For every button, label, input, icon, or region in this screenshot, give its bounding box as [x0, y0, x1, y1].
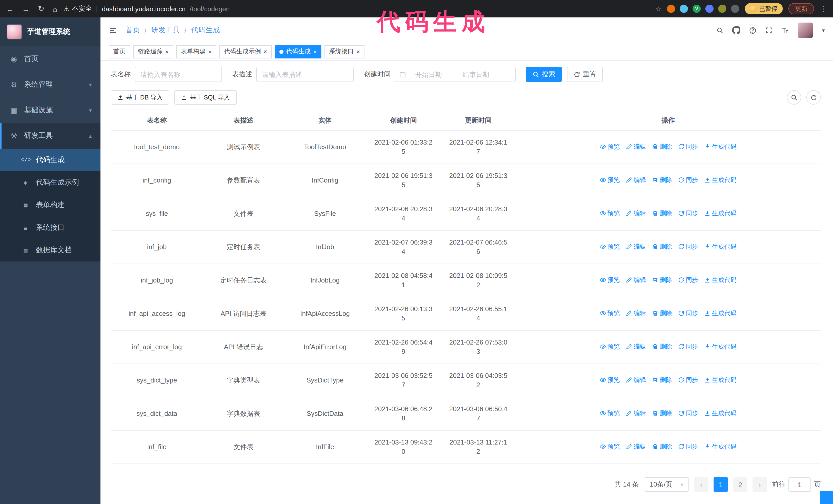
- extension-cyan[interactable]: [680, 5, 688, 13]
- fullscreen-icon[interactable]: [766, 27, 773, 34]
- user-avatar[interactable]: [798, 23, 813, 38]
- edit-action[interactable]: 编辑: [626, 142, 646, 151]
- edit-action[interactable]: 编辑: [626, 342, 646, 351]
- paused-badge[interactable]: 已暂停: [745, 3, 783, 14]
- generate-code-action[interactable]: 生成代码: [704, 242, 737, 251]
- submenu-item-4[interactable]: ≣系统接口: [0, 216, 100, 239]
- delete-action[interactable]: 删除: [652, 175, 672, 185]
- preview-action[interactable]: 预览: [600, 375, 620, 385]
- submenu-item-2[interactable]: ◈代码生成示例: [0, 171, 100, 194]
- breadcrumb-item[interactable]: 代码生成: [191, 26, 220, 35]
- sidebar-item-4[interactable]: ⚒研发工具▴: [0, 123, 100, 149]
- sync-action[interactable]: 同步: [678, 409, 698, 418]
- next-page-button[interactable]: ›: [753, 477, 767, 492]
- tab-5[interactable]: 代码生成×: [275, 45, 322, 58]
- sync-action[interactable]: 同步: [678, 209, 698, 218]
- sidebar-item-3[interactable]: ▣基础设施▾: [0, 97, 100, 123]
- extension-blue[interactable]: [705, 5, 714, 13]
- hamburger-icon[interactable]: [109, 26, 117, 34]
- preview-action[interactable]: 预览: [600, 175, 620, 185]
- tab-1[interactable]: 首页: [109, 45, 130, 58]
- forward-icon[interactable]: →: [22, 4, 30, 13]
- date-range-picker[interactable]: -: [395, 67, 516, 82]
- sync-action[interactable]: 同步: [678, 142, 698, 151]
- tab-4[interactable]: 代码生成示例×: [219, 45, 272, 58]
- generate-code-action[interactable]: 生成代码: [704, 175, 737, 185]
- bookmark-star-icon[interactable]: ☆: [656, 5, 661, 13]
- tab-6[interactable]: 系统接口×: [325, 45, 364, 58]
- preview-action[interactable]: 预览: [600, 342, 620, 351]
- address-bar[interactable]: ⚠ 不安全 | dashboard.yudao.iocoder.cn/tool/…: [63, 4, 649, 13]
- fontsize-icon[interactable]: [782, 26, 789, 34]
- table-desc-input[interactable]: [256, 67, 354, 82]
- floating-widget[interactable]: [820, 491, 833, 504]
- sidebar-item-2[interactable]: ⚙系统管理▾: [0, 72, 100, 97]
- page-button-1[interactable]: 1: [714, 477, 728, 492]
- submenu-item-5[interactable]: ▤数据库文档: [0, 239, 100, 262]
- delete-action[interactable]: 删除: [652, 342, 672, 351]
- preview-action[interactable]: 预览: [600, 309, 620, 318]
- preview-action[interactable]: 预览: [600, 442, 620, 451]
- sync-action[interactable]: 同步: [678, 342, 698, 351]
- reload-icon[interactable]: ↻: [38, 4, 44, 13]
- edit-action[interactable]: 编辑: [626, 409, 646, 418]
- sync-action[interactable]: 同步: [678, 309, 698, 318]
- home-icon[interactable]: ⌂: [52, 4, 57, 13]
- toggle-search-button[interactable]: [787, 90, 801, 104]
- edit-action[interactable]: 编辑: [626, 275, 646, 285]
- edit-action[interactable]: 编辑: [626, 442, 646, 451]
- page-button-2[interactable]: 2: [733, 477, 747, 492]
- sync-action[interactable]: 同步: [678, 442, 698, 451]
- submenu-item-1[interactable]: </>代码生成: [0, 149, 100, 171]
- delete-action[interactable]: 删除: [652, 242, 672, 251]
- close-tab-icon[interactable]: ×: [165, 48, 169, 55]
- search-icon[interactable]: [717, 27, 723, 33]
- preview-action[interactable]: 预览: [600, 409, 620, 418]
- extension-olive[interactable]: [718, 5, 727, 13]
- generate-code-action[interactable]: 生成代码: [704, 275, 737, 285]
- generate-code-action[interactable]: 生成代码: [704, 142, 737, 151]
- question-icon[interactable]: [749, 26, 757, 34]
- prev-page-button[interactable]: ‹: [694, 477, 709, 492]
- page-size-select[interactable]: 10条/页 ▾: [644, 477, 689, 492]
- delete-action[interactable]: 删除: [652, 275, 672, 285]
- delete-action[interactable]: 删除: [652, 375, 672, 385]
- generate-code-action[interactable]: 生成代码: [704, 409, 737, 418]
- close-tab-icon[interactable]: ×: [263, 48, 267, 55]
- goto-page-input[interactable]: [788, 477, 811, 492]
- extension-orange[interactable]: [667, 5, 675, 13]
- delete-action[interactable]: 删除: [652, 142, 672, 151]
- sidebar-item-1[interactable]: ◉首页: [0, 46, 100, 72]
- tab-3[interactable]: 表单构建×: [176, 45, 216, 58]
- table-name-input[interactable]: [135, 67, 222, 82]
- generate-code-action[interactable]: 生成代码: [704, 342, 737, 351]
- sync-action[interactable]: 同步: [678, 175, 698, 185]
- update-button[interactable]: 更新: [788, 3, 814, 14]
- close-tab-icon[interactable]: ×: [356, 48, 360, 55]
- breadcrumb-item[interactable]: 研发工具: [151, 26, 180, 35]
- generate-code-action[interactable]: 生成代码: [704, 309, 737, 318]
- close-tab-icon[interactable]: ×: [208, 48, 212, 55]
- edit-action[interactable]: 编辑: [626, 309, 646, 318]
- refresh-table-button[interactable]: [806, 90, 821, 104]
- delete-action[interactable]: 删除: [652, 309, 672, 318]
- tab-2[interactable]: 链路追踪×: [133, 45, 173, 58]
- generate-code-action[interactable]: 生成代码: [704, 209, 737, 218]
- extension-dark[interactable]: [731, 5, 739, 13]
- reset-button[interactable]: 重置: [567, 67, 603, 82]
- delete-action[interactable]: 删除: [652, 442, 672, 451]
- end-date-input[interactable]: [455, 71, 497, 78]
- edit-action[interactable]: 编辑: [626, 175, 646, 185]
- edit-action[interactable]: 编辑: [626, 242, 646, 251]
- preview-action[interactable]: 预览: [600, 275, 620, 285]
- preview-action[interactable]: 预览: [600, 209, 620, 218]
- generate-code-action[interactable]: 生成代码: [704, 442, 737, 451]
- back-icon[interactable]: ←: [6, 4, 14, 13]
- search-button[interactable]: 搜索: [526, 67, 562, 82]
- browser-menu-icon[interactable]: ⋮: [820, 5, 827, 13]
- preview-action[interactable]: 预览: [600, 242, 620, 251]
- sync-action[interactable]: 同步: [678, 242, 698, 251]
- close-tab-icon[interactable]: ×: [313, 48, 317, 55]
- import-db-button[interactable]: 基于 DB 导入: [111, 90, 169, 104]
- sync-action[interactable]: 同步: [678, 275, 698, 285]
